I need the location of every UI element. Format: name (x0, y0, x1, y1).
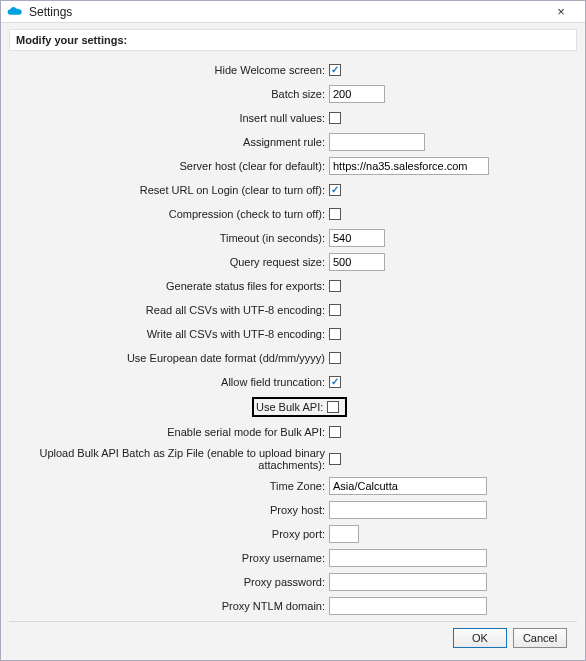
label-proxy-pass: Proxy password: (9, 576, 329, 588)
checkbox-reset-url[interactable]: ✓ (329, 184, 341, 196)
input-timeout[interactable] (329, 229, 385, 247)
label-timeout: Timeout (in seconds): (9, 232, 329, 244)
dialog-footer: OK Cancel (9, 622, 577, 656)
checkbox-write-utf8[interactable] (329, 328, 341, 340)
label-reset-url: Reset URL on Login (clear to turn off): (9, 184, 329, 196)
checkbox-allow-trunc[interactable]: ✓ (329, 376, 341, 388)
input-proxy-ntlm[interactable] (329, 597, 487, 615)
label-euro-date: Use European date format (dd/mm/yyyy) (9, 352, 329, 364)
checkbox-serial-bulk[interactable] (329, 426, 341, 438)
input-proxy-port[interactable] (329, 525, 359, 543)
label-compression: Compression (check to turn off): (9, 208, 329, 220)
label-query-size: Query request size: (9, 256, 329, 268)
input-proxy-user[interactable] (329, 549, 487, 567)
input-proxy-host[interactable] (329, 501, 487, 519)
section-header: Modify your settings: (9, 29, 577, 51)
label-read-utf8: Read all CSVs with UTF-8 encoding: (9, 304, 329, 316)
label-batch-size: Batch size: (9, 88, 329, 100)
checkbox-hide-welcome[interactable]: ✓ (329, 64, 341, 76)
titlebar: Settings × (1, 1, 585, 23)
input-server-host[interactable] (329, 157, 489, 175)
close-button[interactable]: × (541, 1, 581, 23)
checkbox-euro-date[interactable] (329, 352, 341, 364)
label-hide-welcome: Hide Welcome screen: (9, 64, 329, 76)
label-serial-bulk: Enable serial mode for Bulk API: (9, 426, 329, 438)
checkbox-insert-null[interactable] (329, 112, 341, 124)
label-time-zone: Time Zone: (9, 480, 329, 492)
content-area: Modify your settings: Hide Welcome scree… (1, 23, 585, 660)
ok-button[interactable]: OK (453, 628, 507, 648)
settings-form: Hide Welcome screen: ✓ Batch size: Inser… (9, 55, 577, 622)
label-server-host: Server host (clear for default): (9, 160, 329, 172)
checkbox-compression[interactable] (329, 208, 341, 220)
label-use-bulk-api: Use Bulk API: (256, 401, 327, 413)
checkbox-use-bulk-api[interactable] (327, 401, 339, 413)
label-upload-zip: Upload Bulk API Batch as Zip File (enabl… (9, 447, 329, 471)
checkbox-read-utf8[interactable] (329, 304, 341, 316)
label-proxy-ntlm: Proxy NTLM domain: (9, 600, 329, 612)
input-assignment-rule[interactable] (329, 133, 425, 151)
label-proxy-port: Proxy port: (9, 528, 329, 540)
label-proxy-host: Proxy host: (9, 504, 329, 516)
settings-window: Settings × Modify your settings: Hide We… (0, 0, 586, 661)
label-gen-status: Generate status files for exports: (9, 280, 329, 292)
input-time-zone[interactable] (329, 477, 487, 495)
checkbox-upload-zip[interactable] (329, 453, 341, 465)
label-write-utf8: Write all CSVs with UTF-8 encoding: (9, 328, 329, 340)
label-insert-null: Insert null values: (9, 112, 329, 124)
label-allow-trunc: Allow field truncation: (9, 376, 329, 388)
label-assignment-rule: Assignment rule: (9, 136, 329, 148)
cancel-button[interactable]: Cancel (513, 628, 567, 648)
checkbox-gen-status[interactable] (329, 280, 341, 292)
input-query-size[interactable] (329, 253, 385, 271)
window-title: Settings (29, 5, 72, 19)
input-proxy-pass[interactable] (329, 573, 487, 591)
input-batch-size[interactable] (329, 85, 385, 103)
salesforce-cloud-icon (7, 6, 23, 18)
label-proxy-user: Proxy username: (9, 552, 329, 564)
highlight-use-bulk-api: Use Bulk API: (252, 397, 347, 417)
